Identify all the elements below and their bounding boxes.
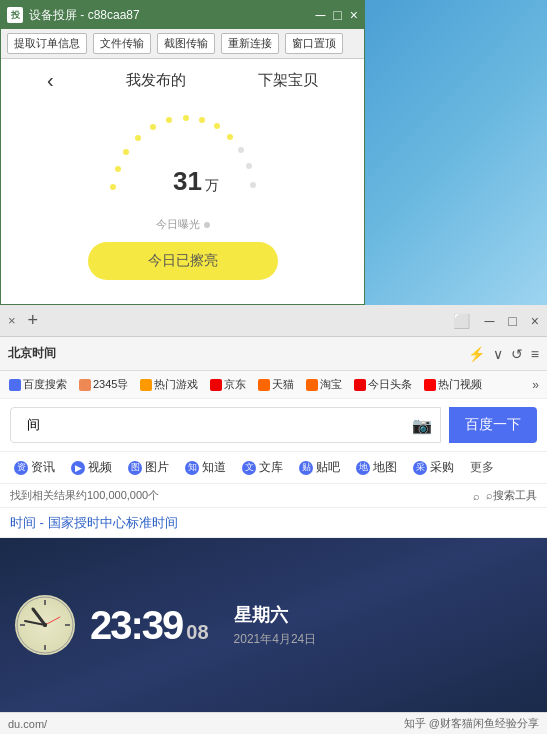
browser-close-button[interactable]: × [527, 311, 543, 331]
app-icon: 投 [7, 7, 23, 23]
browser-controls: ⬜ ─ □ × [449, 311, 543, 331]
svg-point-15 [17, 597, 73, 653]
page-url: du.com/ [8, 718, 47, 730]
more-bookmarks-button[interactable]: » [528, 378, 543, 392]
nav-title: 我发布的 [126, 71, 186, 90]
address-text: 北京时间 [8, 345, 462, 362]
desktop-background [365, 0, 547, 305]
search-nav: 资 资讯 ▶ 视频 图 图片 知 知道 文 文库 贴 贴吧 地 地图 采 采购 [0, 452, 547, 484]
nav-more[interactable]: 更多 [466, 456, 498, 479]
address-bar: 北京时间 ⚡ ∨ ↺ ≡ [0, 337, 547, 371]
window-title: 设备投屏 - c88caa87 [29, 7, 315, 24]
date-info: 星期六 2021年4月24日 [234, 603, 317, 648]
source-attribution: 知乎 @财客猫闲鱼经验分享 [404, 716, 539, 731]
browser-tabbar: × + ⬜ ─ □ × [0, 305, 547, 337]
device-titlebar: 投 设备投屏 - c88caa87 ─ □ × [1, 1, 364, 29]
device-content: ‹ 我发布的 下架宝贝 // Can't use script here, do… [1, 59, 364, 290]
bookmark-tmall[interactable]: 天猫 [253, 375, 299, 394]
new-tab-button[interactable]: + [20, 310, 47, 331]
bookmark-baidu[interactable]: 百度搜索 [4, 375, 72, 394]
info-icon: 资 [14, 461, 28, 475]
bookmark-jd[interactable]: 京东 [205, 375, 251, 394]
svg-point-10 [238, 147, 244, 153]
refresh-icon[interactable]: ↺ [511, 346, 523, 362]
svg-point-7 [199, 117, 205, 123]
date-label: 2021年4月24日 [234, 631, 317, 648]
clock-face [15, 595, 75, 655]
svg-point-8 [214, 123, 220, 129]
search-result-item: 时间 - 国家授时中心标准时间 [0, 508, 547, 538]
caigou-icon: 采 [413, 461, 427, 475]
browser-status-bar: du.com/ 知乎 @财客猫闲鱼经验分享 [0, 712, 547, 734]
nav-image[interactable]: 图 图片 [124, 456, 173, 479]
image-icon: 图 [128, 461, 142, 475]
search-icon: ⌕ [473, 490, 480, 502]
tieba-icon: 贴 [299, 461, 313, 475]
search-box: 📷 [10, 407, 441, 443]
bookmark-taobao[interactable]: 淘宝 [301, 375, 347, 394]
nav-right[interactable]: 下架宝贝 [258, 71, 318, 90]
menu-icon[interactable]: ≡ [531, 346, 539, 362]
tmall-icon [258, 379, 270, 391]
svg-point-5 [166, 117, 172, 123]
close-button[interactable]: × [350, 7, 358, 23]
svg-point-1 [115, 166, 121, 172]
svg-point-9 [227, 134, 233, 140]
wenku-icon: 文 [242, 461, 256, 475]
screenshot-transfer-button[interactable]: 截图传输 [157, 33, 215, 54]
bookmark-2345[interactable]: 2345导 [74, 375, 133, 394]
nav-video[interactable]: ▶ 视频 [67, 456, 116, 479]
nav-wenku[interactable]: 文 文库 [238, 456, 287, 479]
baidu-icon [9, 379, 21, 391]
maximize-button[interactable]: □ [333, 7, 341, 23]
map-icon: 地 [356, 461, 370, 475]
bookmark-toutiao[interactable]: 今日头条 [349, 375, 417, 394]
svg-point-4 [150, 124, 156, 130]
device-window: 投 设备投屏 - c88caa87 ─ □ × 提取订单信息 文件传输 截图传输… [0, 0, 365, 305]
lightning-icon[interactable]: ⚡ [468, 346, 485, 362]
device-nav: ‹ 我发布的 下架宝贝 [11, 69, 354, 92]
nav-map[interactable]: 地 地图 [352, 456, 401, 479]
shine-button[interactable]: 今日已擦亮 [88, 242, 278, 280]
bookmark-bar: 百度搜索 2345导 热门游戏 京东 天猫 淘宝 今日头条 热门视频 [0, 371, 547, 399]
jd-icon [210, 379, 222, 391]
2345-icon [79, 379, 91, 391]
minimize-button[interactable]: ─ [315, 7, 325, 23]
reconnect-button[interactable]: 重新连接 [221, 33, 279, 54]
nav-zhidao[interactable]: 知 知道 [181, 456, 230, 479]
tab-close-button[interactable]: × [4, 309, 20, 332]
dropdown-icon[interactable]: ∨ [493, 346, 503, 362]
nav-info[interactable]: 资 资讯 [10, 456, 59, 479]
browser-minimize-button[interactable]: ─ [480, 311, 498, 331]
device-toolbar: 提取订单信息 文件传输 截图传输 重新连接 窗口置顶 [1, 29, 364, 59]
svg-text:万: 万 [205, 177, 219, 193]
screenshot-button[interactable]: ⬜ [449, 311, 474, 331]
taobao-icon [306, 379, 318, 391]
search-input[interactable] [21, 408, 430, 442]
camera-icon[interactable]: 📷 [412, 416, 432, 435]
search-button[interactable]: 百度一下 [449, 407, 537, 443]
result-count-text: 找到相关结果约100,000,000个 [10, 488, 159, 503]
info-dot [204, 222, 210, 228]
bookmark-hotvideo[interactable]: 热门视频 [419, 375, 487, 394]
nav-caigou[interactable]: 采 采购 [409, 456, 458, 479]
result-link-anchor[interactable]: 时间 - 国家授时中心标准时间 [10, 515, 178, 530]
svg-line-22 [45, 617, 60, 625]
browser-maximize-button[interactable]: □ [504, 311, 520, 331]
clock-svg [15, 595, 75, 655]
bookmark-hotgames[interactable]: 热门游戏 [135, 375, 203, 394]
svg-point-23 [43, 623, 47, 627]
file-transfer-button[interactable]: 文件传输 [93, 33, 151, 54]
svg-point-12 [250, 182, 256, 188]
nav-tieba[interactable]: 贴 贴吧 [295, 456, 344, 479]
window-topmost-button[interactable]: 窗口置顶 [285, 33, 343, 54]
toutiao-icon [354, 379, 366, 391]
result-count-bar: 找到相关结果约100,000,000个 ⌕ ⌕搜索工具 [0, 484, 547, 508]
zhidao-icon: 知 [185, 461, 199, 475]
search-tools-button[interactable]: ⌕ ⌕搜索工具 [473, 488, 537, 503]
address-bar-icons: ⚡ ∨ ↺ ≡ [468, 346, 539, 362]
back-button[interactable]: ‹ [47, 69, 54, 92]
extract-order-button[interactable]: 提取订单信息 [7, 33, 87, 54]
hotgames-icon [140, 379, 152, 391]
svg-point-11 [246, 163, 252, 169]
